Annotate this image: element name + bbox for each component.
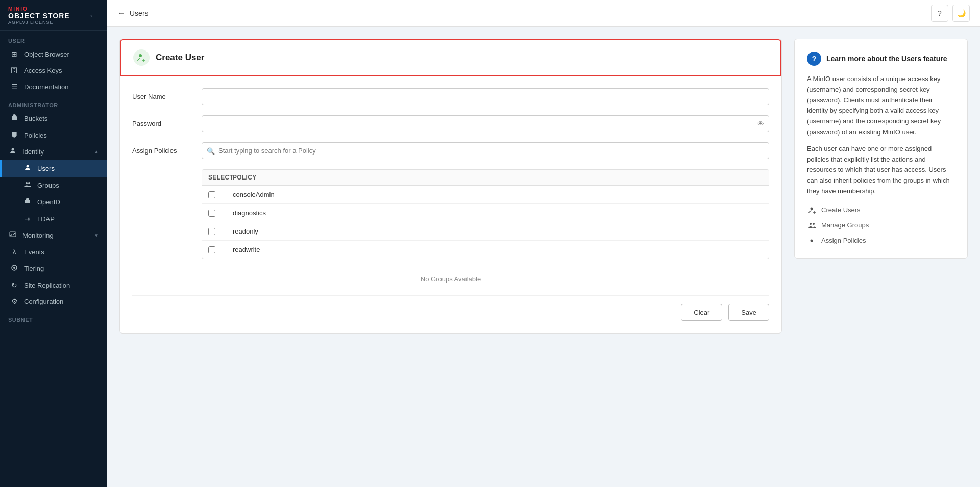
sidebar-item-events[interactable]: λ Events — [0, 244, 107, 260]
brand-logo: MINIO OBJECT STORE AGPLv3 LICENSE — [8, 6, 70, 25]
replication-icon: ↻ — [10, 281, 19, 289]
save-button[interactable]: Save — [728, 304, 769, 321]
sidebar-item-label: LDAP — [37, 215, 99, 223]
theme-toggle-button[interactable]: 🌙 — [952, 5, 970, 22]
col-select: Select — [208, 174, 233, 181]
back-button[interactable]: ← — [117, 9, 126, 18]
policy-checkbox-diagnostics[interactable] — [208, 210, 215, 217]
svg-point-3 — [26, 182, 28, 184]
sidebar-item-identity[interactable]: Identity ▲ — [0, 143, 107, 160]
password-toggle-icon[interactable]: 👁 — [757, 120, 764, 128]
assign-policies-icon — [807, 236, 817, 246]
help-button[interactable]: ? — [931, 5, 948, 22]
tiering-icon — [10, 264, 19, 273]
sidebar-section-user: User — [0, 31, 107, 46]
sidebar-item-label: Documentation — [24, 83, 99, 91]
sidebar-item-documentation[interactable]: ☰ Documentation — [0, 79, 107, 95]
password-input-wrap: 👁 — [202, 115, 769, 132]
policy-table: Select Policy consoleAdmin diagnostics r… — [202, 169, 769, 259]
policy-search-input[interactable] — [202, 142, 769, 159]
sidebar-item-ldap[interactable]: ⇥ LDAP — [0, 211, 107, 227]
sidebar-item-label: Users — [37, 165, 99, 172]
doc-icon: ☰ — [10, 83, 19, 91]
content-area: Create User User Name Password 👁 — [107, 27, 980, 487]
policy-name: readonly — [233, 227, 763, 235]
sidebar-item-label: Site Replication — [24, 281, 99, 289]
policy-table-body: consoleAdmin diagnostics readonly readwr… — [202, 186, 769, 259]
sidebar-item-openid[interactable]: OpenID — [0, 194, 107, 211]
main-content: ← Users ? 🌙 — [107, 0, 980, 487]
svg-rect-5 — [25, 200, 30, 203]
no-groups-message: No Groups Available — [132, 267, 769, 291]
form-title: Create User — [156, 53, 204, 63]
sidebar-item-label: Object Browser — [24, 50, 99, 58]
sidebar-item-label: Tiering — [24, 265, 99, 272]
topbar-actions: ? 🌙 — [931, 5, 970, 22]
topbar: ← Users ? 🌙 — [107, 0, 980, 27]
page-title: Users — [130, 9, 149, 17]
sidebar-item-label: Events — [24, 248, 99, 256]
password-label: Password — [132, 120, 193, 127]
info-panel: ? Learn more about the Users feature A M… — [794, 39, 968, 259]
sidebar-item-users[interactable]: Users — [0, 160, 107, 177]
ldap-icon: ⇥ — [23, 215, 32, 223]
chevron-down-icon: ▼ — [94, 233, 99, 238]
policy-name: consoleAdmin — [233, 191, 763, 198]
policy-row: diagnostics — [202, 204, 769, 222]
assign-policies-label: Assign Policies — [132, 147, 193, 155]
sidebar-section-subnet: Subnet — [0, 310, 107, 325]
sidebar-item-label: Buckets — [24, 115, 99, 122]
policies-search-wrap: 🔍 — [202, 142, 769, 159]
sidebar-collapse-button[interactable]: ← — [87, 10, 99, 21]
form-body: User Name Password 👁 Assign Policies — [120, 76, 781, 333]
sidebar-item-site-replication[interactable]: ↻ Site Replication — [0, 277, 107, 293]
sidebar-item-policies[interactable]: ⛊ Policies — [0, 127, 107, 143]
sidebar-item-label: Configuration — [24, 298, 99, 305]
username-input[interactable] — [202, 88, 769, 105]
shield-icon: ⛊ — [10, 131, 19, 139]
create-users-label: Create Users — [821, 206, 861, 214]
svg-rect-0 — [12, 116, 17, 120]
clear-button[interactable]: Clear — [681, 304, 722, 321]
sidebar-item-monitoring[interactable]: Monitoring ▼ — [0, 227, 107, 244]
sidebar-item-access-keys[interactable]: ⚿ Access Keys — [0, 62, 107, 79]
info-link-manage-groups[interactable]: Manage Groups — [807, 220, 955, 230]
policy-checkbox-readonly[interactable] — [208, 228, 215, 235]
config-icon: ⚙ — [10, 297, 19, 305]
svg-rect-6 — [10, 232, 16, 237]
sidebar-item-tiering[interactable]: Tiering — [0, 260, 107, 277]
policy-checkbox-consoleAdmin[interactable] — [208, 191, 215, 198]
brand-object-store: OBJECT STORE — [8, 12, 70, 20]
info-link-create-users[interactable]: Create Users — [807, 205, 955, 215]
chevron-up-icon: ▲ — [94, 149, 99, 155]
sidebar-section-administrator: Administrator — [0, 95, 107, 110]
sidebar-item-configuration[interactable]: ⚙ Configuration — [0, 293, 107, 310]
sidebar-item-label: Access Keys — [24, 67, 99, 74]
svg-point-8 — [13, 267, 15, 269]
username-row: User Name — [132, 88, 769, 105]
sidebar-item-label: Identity — [22, 148, 89, 156]
policy-table-header: Select Policy — [202, 170, 769, 186]
help-icon: ? — [938, 9, 942, 17]
sidebar-item-buckets[interactable]: Buckets — [0, 110, 107, 127]
form-actions: Clear Save — [132, 295, 769, 321]
sidebar-item-object-browser[interactable]: ⊞ Object Browser — [0, 46, 107, 62]
info-link-assign-policies[interactable]: Assign Policies — [807, 236, 955, 246]
sidebar-item-label: Groups — [37, 182, 99, 189]
user-icon — [23, 164, 32, 173]
sidebar-item-label: Monitoring — [22, 232, 89, 239]
brand-license: AGPLv3 LICENSE — [8, 20, 70, 25]
policy-checkbox-readwrite[interactable] — [208, 246, 215, 253]
sidebar-item-groups[interactable]: Groups — [0, 177, 107, 194]
create-users-icon — [807, 205, 817, 215]
svg-point-1 — [12, 148, 14, 151]
create-user-icon — [133, 49, 150, 66]
password-input[interactable] — [202, 115, 769, 132]
info-text-1: A MinIO user consists of a unique access… — [807, 74, 955, 138]
svg-point-2 — [27, 165, 29, 168]
theme-icon: 🌙 — [957, 9, 966, 17]
info-panel-title: Learn more about the Users feature — [826, 55, 947, 63]
info-text-2: Each user can have one or more assigned … — [807, 144, 955, 197]
breadcrumb: ← Users — [117, 9, 149, 18]
username-input-wrap — [202, 88, 769, 105]
